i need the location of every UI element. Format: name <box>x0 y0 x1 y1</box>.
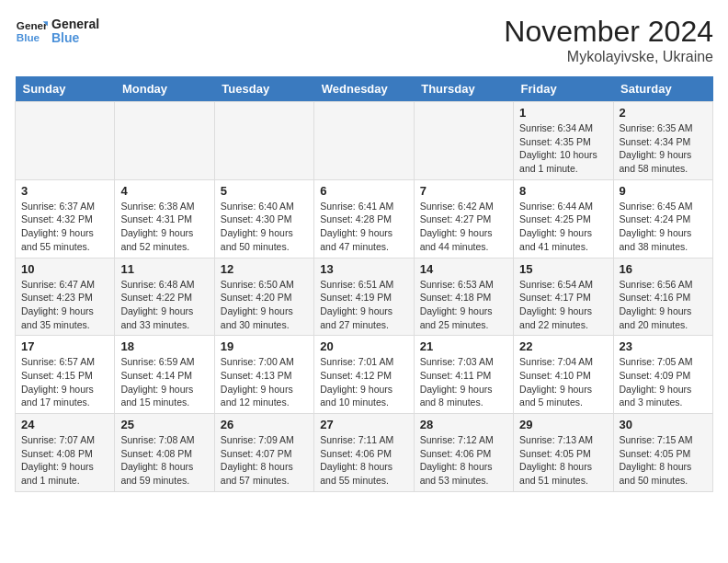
day-cell: 4Sunrise: 6:38 AMSunset: 4:31 PMDaylight… <box>115 179 214 258</box>
day-info: Sunrise: 6:35 AMSunset: 4:34 PMDaylight:… <box>620 121 707 176</box>
day-info: Sunrise: 7:07 AMSunset: 4:08 PMDaylight:… <box>21 433 108 488</box>
day-cell: 20Sunrise: 7:01 AMSunset: 4:12 PMDayligh… <box>314 336 414 414</box>
week-row-2: 3Sunrise: 6:37 AMSunset: 4:32 PMDaylight… <box>16 179 713 258</box>
day-number: 19 <box>221 339 308 353</box>
header-cell-tuesday: Tuesday <box>214 76 313 102</box>
day-info: Sunrise: 7:09 AMSunset: 4:07 PMDaylight:… <box>221 433 308 488</box>
logo-blue: Blue <box>51 31 99 45</box>
page-header: General Blue General Blue November 2024 … <box>15 15 713 65</box>
day-cell: 16Sunrise: 6:56 AMSunset: 4:16 PMDayligh… <box>613 258 712 336</box>
day-number: 23 <box>620 339 707 353</box>
day-info: Sunrise: 6:59 AMSunset: 4:14 PMDaylight:… <box>120 355 208 409</box>
day-number: 30 <box>620 418 707 431</box>
svg-text:Blue: Blue <box>17 31 40 43</box>
header-cell-monday: Monday <box>115 76 214 102</box>
header-cell-friday: Friday <box>514 76 613 102</box>
day-cell: 1Sunrise: 6:34 AMSunset: 4:35 PMDaylight… <box>514 102 613 180</box>
day-cell: 10Sunrise: 6:47 AMSunset: 4:23 PMDayligh… <box>16 258 115 336</box>
day-info: Sunrise: 7:05 AMSunset: 4:09 PMDaylight:… <box>620 355 707 409</box>
day-info: Sunrise: 7:13 AMSunset: 4:05 PMDaylight:… <box>519 433 607 488</box>
day-cell: 12Sunrise: 6:50 AMSunset: 4:20 PMDayligh… <box>214 258 313 336</box>
day-number: 9 <box>620 184 707 198</box>
day-cell: 3Sunrise: 6:37 AMSunset: 4:32 PMDaylight… <box>16 179 115 258</box>
day-cell: 8Sunrise: 6:44 AMSunset: 4:25 PMDaylight… <box>514 179 613 258</box>
day-number: 25 <box>120 418 208 431</box>
day-info: Sunrise: 6:51 AMSunset: 4:19 PMDaylight:… <box>320 278 407 332</box>
day-number: 15 <box>519 262 607 276</box>
day-cell: 13Sunrise: 6:51 AMSunset: 4:19 PMDayligh… <box>314 258 414 336</box>
day-cell <box>414 102 513 180</box>
calendar-table: SundayMondayTuesdayWednesdayThursdayFrid… <box>15 76 713 492</box>
title-area: November 2024 Mykolayivske, Ukraine <box>504 15 713 65</box>
day-info: Sunrise: 7:15 AMSunset: 4:05 PMDaylight:… <box>620 433 707 488</box>
day-number: 8 <box>519 184 607 198</box>
day-info: Sunrise: 7:03 AMSunset: 4:11 PMDaylight:… <box>420 355 507 409</box>
day-info: Sunrise: 7:11 AMSunset: 4:06 PMDaylight:… <box>320 433 407 488</box>
day-cell: 27Sunrise: 7:11 AMSunset: 4:06 PMDayligh… <box>314 414 414 492</box>
day-number: 5 <box>221 184 308 198</box>
day-cell: 5Sunrise: 6:40 AMSunset: 4:30 PMDaylight… <box>214 179 313 258</box>
month-title: November 2024 <box>504 15 713 49</box>
day-cell: 26Sunrise: 7:09 AMSunset: 4:07 PMDayligh… <box>214 414 313 492</box>
day-number: 27 <box>320 418 407 431</box>
day-cell: 9Sunrise: 6:45 AMSunset: 4:24 PMDaylight… <box>613 179 712 258</box>
day-number: 29 <box>519 418 607 431</box>
day-number: 16 <box>620 262 707 276</box>
day-cell: 2Sunrise: 6:35 AMSunset: 4:34 PMDaylight… <box>613 102 712 180</box>
calendar-body: 1Sunrise: 6:34 AMSunset: 4:35 PMDaylight… <box>16 102 713 492</box>
day-info: Sunrise: 7:00 AMSunset: 4:13 PMDaylight:… <box>221 355 308 409</box>
week-row-1: 1Sunrise: 6:34 AMSunset: 4:35 PMDaylight… <box>16 102 713 180</box>
logo-icon: General Blue <box>15 15 48 48</box>
day-info: Sunrise: 6:38 AMSunset: 4:31 PMDaylight:… <box>120 200 208 254</box>
day-cell <box>16 102 115 180</box>
day-cell: 24Sunrise: 7:07 AMSunset: 4:08 PMDayligh… <box>16 414 115 492</box>
day-info: Sunrise: 7:08 AMSunset: 4:08 PMDaylight:… <box>120 433 208 488</box>
day-info: Sunrise: 6:47 AMSunset: 4:23 PMDaylight:… <box>21 278 108 332</box>
day-info: Sunrise: 6:45 AMSunset: 4:24 PMDaylight:… <box>620 200 707 254</box>
day-number: 1 <box>519 106 607 120</box>
day-info: Sunrise: 6:44 AMSunset: 4:25 PMDaylight:… <box>519 200 607 254</box>
header-cell-saturday: Saturday <box>613 76 712 102</box>
day-cell <box>214 102 313 180</box>
day-info: Sunrise: 6:48 AMSunset: 4:22 PMDaylight:… <box>120 278 208 332</box>
day-number: 11 <box>120 262 208 276</box>
day-cell: 19Sunrise: 7:00 AMSunset: 4:13 PMDayligh… <box>214 336 313 414</box>
logo-general: General <box>51 17 99 31</box>
day-cell <box>115 102 214 180</box>
day-cell: 21Sunrise: 7:03 AMSunset: 4:11 PMDayligh… <box>414 336 513 414</box>
day-info: Sunrise: 7:01 AMSunset: 4:12 PMDaylight:… <box>320 355 407 409</box>
calendar-header: SundayMondayTuesdayWednesdayThursdayFrid… <box>16 76 713 102</box>
day-info: Sunrise: 6:56 AMSunset: 4:16 PMDaylight:… <box>620 278 707 332</box>
day-number: 13 <box>320 262 407 276</box>
day-info: Sunrise: 6:54 AMSunset: 4:17 PMDaylight:… <box>519 278 607 332</box>
day-number: 20 <box>320 339 407 353</box>
day-info: Sunrise: 6:57 AMSunset: 4:15 PMDaylight:… <box>21 355 108 409</box>
day-cell: 23Sunrise: 7:05 AMSunset: 4:09 PMDayligh… <box>613 336 712 414</box>
day-info: Sunrise: 6:50 AMSunset: 4:20 PMDaylight:… <box>221 278 308 332</box>
day-number: 2 <box>620 106 707 120</box>
day-cell: 25Sunrise: 7:08 AMSunset: 4:08 PMDayligh… <box>115 414 214 492</box>
day-number: 24 <box>21 418 108 431</box>
day-number: 14 <box>420 262 507 276</box>
day-info: Sunrise: 6:41 AMSunset: 4:28 PMDaylight:… <box>320 200 407 254</box>
day-cell: 14Sunrise: 6:53 AMSunset: 4:18 PMDayligh… <box>414 258 513 336</box>
day-number: 10 <box>21 262 108 276</box>
day-cell: 15Sunrise: 6:54 AMSunset: 4:17 PMDayligh… <box>514 258 613 336</box>
day-cell: 11Sunrise: 6:48 AMSunset: 4:22 PMDayligh… <box>115 258 214 336</box>
day-cell: 30Sunrise: 7:15 AMSunset: 4:05 PMDayligh… <box>613 414 712 492</box>
day-info: Sunrise: 6:40 AMSunset: 4:30 PMDaylight:… <box>221 200 308 254</box>
day-cell: 17Sunrise: 6:57 AMSunset: 4:15 PMDayligh… <box>16 336 115 414</box>
day-number: 3 <box>21 184 108 198</box>
day-number: 18 <box>120 339 208 353</box>
day-number: 17 <box>21 339 108 353</box>
header-cell-sunday: Sunday <box>16 76 115 102</box>
day-number: 6 <box>320 184 407 198</box>
day-number: 21 <box>420 339 507 353</box>
day-cell: 22Sunrise: 7:04 AMSunset: 4:10 PMDayligh… <box>514 336 613 414</box>
day-cell: 7Sunrise: 6:42 AMSunset: 4:27 PMDaylight… <box>414 179 513 258</box>
day-info: Sunrise: 6:42 AMSunset: 4:27 PMDaylight:… <box>420 200 507 254</box>
day-cell: 6Sunrise: 6:41 AMSunset: 4:28 PMDaylight… <box>314 179 414 258</box>
day-number: 28 <box>420 418 507 431</box>
day-number: 26 <box>221 418 308 431</box>
day-info: Sunrise: 6:34 AMSunset: 4:35 PMDaylight:… <box>519 121 607 176</box>
